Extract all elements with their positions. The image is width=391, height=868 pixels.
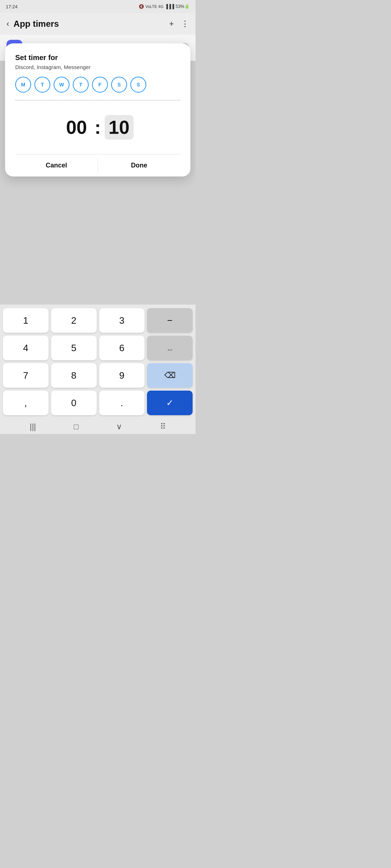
key-3[interactable]: 3: [99, 308, 145, 333]
day-tue[interactable]: T: [34, 77, 50, 93]
key-5[interactable]: 5: [51, 336, 97, 360]
set-timer-modal: Set timer for Discord, Instagram, Messen…: [5, 43, 190, 176]
day-mon[interactable]: M: [15, 77, 31, 93]
key-1[interactable]: 1: [3, 308, 49, 333]
modal-subtitle: Discord, Instagram, Messenger: [15, 64, 180, 70]
key-0[interactable]: 0: [51, 391, 97, 415]
mute-icon: 🔇: [139, 4, 144, 9]
kb-row-3: 7 8 9 ⌫: [3, 363, 193, 388]
key-minus[interactable]: −: [147, 308, 193, 333]
add-button[interactable]: +: [169, 19, 174, 29]
menu-button[interactable]: ⋮: [181, 19, 189, 29]
day-fri[interactable]: F: [92, 77, 108, 93]
status-bar: 17:24 🔇 VoLTE 4G ▐▐▐ 53%🔋: [0, 0, 196, 13]
kb-row-1: 1 2 3 −: [3, 308, 193, 333]
nav-home-icon[interactable]: □: [74, 422, 79, 431]
key-backspace[interactable]: ⌫: [147, 363, 193, 388]
cancel-button[interactable]: Cancel: [15, 154, 98, 176]
network-icon: VoLTE 4G: [146, 4, 164, 9]
kb-row-4: , 0 . ✓: [3, 391, 193, 415]
day-thu[interactable]: T: [73, 77, 89, 93]
kb-row-2: 4 5 6 ⎵: [3, 336, 193, 360]
day-sat[interactable]: S: [111, 77, 127, 93]
modal-title: Set timer for: [15, 54, 180, 62]
battery-icon: 53%🔋: [176, 4, 190, 9]
key-space[interactable]: ⎵: [147, 336, 193, 360]
key-9[interactable]: 9: [99, 363, 145, 388]
nav-menu-icon[interactable]: |||: [30, 422, 36, 431]
numeric-keyboard: 1 2 3 − 4 5 6 ⎵ 7 8 9 ⌫ , 0 . ✓: [0, 305, 196, 420]
nav-apps-icon[interactable]: ⠿: [160, 422, 166, 431]
day-selector: M T W T F S S: [15, 77, 180, 93]
modal-actions: Cancel Done: [15, 154, 180, 176]
nav-back-icon[interactable]: ∨: [116, 422, 122, 431]
hours-display[interactable]: 00: [62, 116, 91, 138]
time-colon: :: [94, 116, 101, 138]
key-comma[interactable]: ,: [3, 391, 49, 415]
status-icons: 🔇 VoLTE 4G ▐▐▐ 53%🔋: [139, 4, 190, 9]
key-7[interactable]: 7: [3, 363, 49, 388]
key-enter[interactable]: ✓: [147, 391, 193, 415]
key-6[interactable]: 6: [99, 336, 145, 360]
signal-icon: ▐▐▐: [165, 4, 174, 9]
done-button[interactable]: Done: [98, 154, 181, 176]
page-title: App timers: [13, 19, 59, 29]
key-4[interactable]: 4: [3, 336, 49, 360]
day-wed[interactable]: W: [54, 77, 70, 93]
key-2[interactable]: 2: [51, 308, 97, 333]
minutes-display[interactable]: 10: [105, 115, 134, 140]
nav-bar: ||| □ ∨ ⠿: [0, 420, 196, 434]
top-bar: ‹ App timers + ⋮: [0, 13, 196, 35]
day-sun[interactable]: S: [130, 77, 146, 93]
key-8[interactable]: 8: [51, 363, 97, 388]
time-picker: 00 : 10: [15, 101, 180, 154]
key-dot[interactable]: .: [99, 391, 145, 415]
back-button[interactable]: ‹: [7, 19, 9, 29]
status-time: 17:24: [6, 4, 18, 9]
